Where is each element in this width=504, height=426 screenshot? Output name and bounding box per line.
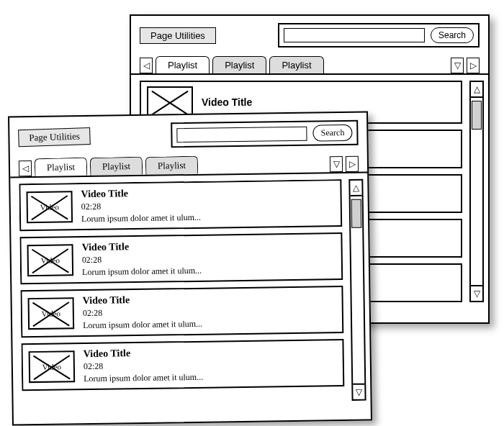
page-utilities-badge[interactable]: Page Utilities	[140, 27, 216, 44]
video-title: Video Title	[81, 240, 201, 253]
video-thumbnail: Video	[26, 191, 73, 223]
vertical-scrollbar[interactable]: △ ▽	[348, 179, 366, 401]
content-area: VideoVideo Title02:28Lorum ipsum dolor a…	[10, 172, 371, 412]
video-title: Video Title	[202, 96, 252, 108]
video-description: Lorum ipsum dolor amet it ulum...	[84, 372, 203, 384]
tab-row: ◁ Playlist Playlist Playlist ▽ ▷	[131, 52, 488, 73]
tab-scroll-right-icon[interactable]: ▷	[467, 58, 480, 73]
search-button[interactable]: Search	[313, 124, 353, 142]
video-duration: 02:28	[82, 253, 202, 266]
tab-scroll-left-icon[interactable]: ◁	[19, 160, 32, 176]
tab-playlist-3[interactable]: Playlist	[145, 156, 199, 176]
tab-scroll-right-icon[interactable]: ▷	[346, 156, 359, 172]
video-list: VideoVideo Title02:28Lorum ipsum dolor a…	[19, 179, 364, 406]
video-meta: Video Title02:28Lorum ipsum dolor amet i…	[83, 294, 203, 331]
video-thumbnail: Video	[29, 350, 76, 383]
page-utilities-badge[interactable]: Page Utilities	[18, 127, 91, 147]
topbar: Page Utilities Search	[9, 113, 367, 155]
search-input[interactable]	[284, 28, 425, 42]
scroll-down-icon[interactable]: ▽	[353, 384, 364, 399]
list-item[interactable]: VideoVideo Title02:28Lorum ipsum dolor a…	[19, 232, 343, 284]
search-input[interactable]	[176, 126, 307, 142]
search-box: Search	[171, 120, 358, 148]
video-thumbnail: Video	[28, 297, 75, 330]
video-description: Lorum ipsum dolor amet it ulum...	[83, 319, 202, 331]
topbar: Page Utilities Search	[131, 16, 488, 52]
tab-playlist-1[interactable]: Playlist	[35, 158, 88, 177]
tab-playlist-1[interactable]: Playlist	[156, 56, 210, 73]
tab-menu-down-icon[interactable]: ▽	[330, 156, 343, 172]
vertical-scrollbar[interactable]: △ ▽	[469, 81, 484, 302]
tab-playlist-3[interactable]: Playlist	[269, 56, 323, 73]
video-meta: Video Title02:28Lorum ipsum dolor amet i…	[81, 240, 202, 278]
video-title: Video Title	[84, 347, 203, 360]
video-thumbnail: Video	[27, 244, 74, 276]
tab-menu-down-icon[interactable]: ▽	[451, 58, 464, 73]
video-description: Lorum ipsum dolor amet it ulum...	[81, 212, 201, 225]
search-button[interactable]: Search	[431, 27, 474, 43]
video-duration: 02:28	[81, 200, 201, 212]
video-meta: Video Title02:28Lorum ipsum dolor amet i…	[84, 347, 204, 384]
scroll-up-icon[interactable]: △	[471, 82, 482, 98]
scroll-up-icon[interactable]: △	[350, 181, 361, 196]
list-item[interactable]: VideoVideo Title02:28Lorum ipsum dolor a…	[21, 339, 344, 391]
video-title: Video Title	[81, 187, 200, 200]
tab-playlist-2[interactable]: Playlist	[212, 56, 266, 73]
scroll-down-icon[interactable]: ▽	[471, 285, 482, 301]
list-item[interactable]: VideoVideo Title02:28Lorum ipsum dolor a…	[20, 286, 343, 337]
scroll-thumb[interactable]	[351, 199, 362, 228]
tab-scroll-left-icon[interactable]: ◁	[140, 58, 153, 73]
scroll-track[interactable]	[351, 196, 365, 384]
video-description: Lorum ipsum dolor amet it ulum...	[82, 266, 202, 278]
scroll-thumb[interactable]	[472, 101, 482, 130]
video-duration: 02:28	[84, 360, 203, 372]
list-item[interactable]: VideoVideo Title02:28Lorum ipsum dolor a…	[19, 179, 342, 231]
video-meta: Video Title02:28Lorum ipsum dolor amet i…	[81, 187, 201, 225]
search-box: Search	[278, 23, 480, 47]
video-title: Video Title	[83, 294, 202, 307]
scroll-track[interactable]	[471, 98, 482, 285]
video-duration: 02:28	[83, 307, 202, 319]
tab-playlist-2[interactable]: Playlist	[90, 157, 143, 176]
wireframe-window-front: Page Utilities Search ◁ Playlist Playlis…	[8, 112, 372, 426]
